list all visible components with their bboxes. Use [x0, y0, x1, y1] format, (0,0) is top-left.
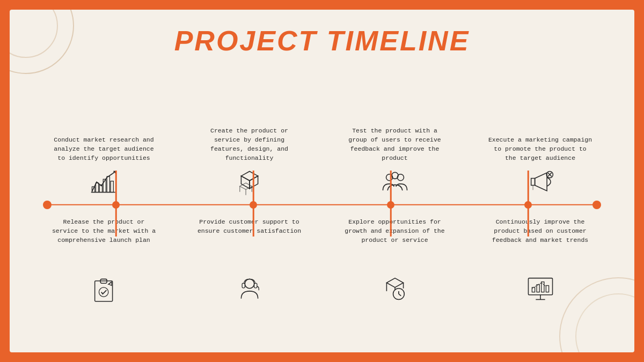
svg-marker-31: [386, 278, 403, 287]
bottom-item-1-text: Release the product or service to the ma…: [50, 217, 158, 245]
top-item-1: Conduct market research and analyze the …: [50, 106, 158, 197]
node-3-line-down: [390, 207, 392, 237]
bottom-item-2-text: Provide customer support to ensure custo…: [196, 217, 303, 236]
svg-rect-30: [254, 283, 257, 288]
top-item-3-text: Test the product with a group of users t…: [341, 126, 449, 163]
bottom-item-4-text: Continuously improve the product based o…: [487, 217, 594, 245]
bottom-item-4: Continuously improve the product based o…: [487, 213, 594, 304]
svg-rect-29: [242, 283, 245, 288]
node-4-line-down: [528, 207, 529, 237]
bottom-item-3: Explore opportunities for growth and exp…: [341, 213, 449, 304]
timeline-area: Conduct market research and analyze the …: [10, 57, 634, 352]
node-2-line-down: [253, 207, 254, 237]
users-icon: [379, 167, 411, 197]
monitor-chart-icon: [524, 275, 557, 304]
outer-frame: PROJECT TIMELINE Conduct market research…: [0, 0, 644, 362]
bottom-row: Release the product or service to the ma…: [31, 213, 613, 304]
timeline-line: [31, 197, 613, 213]
top-item-2: Create the product or service by definin…: [196, 106, 303, 197]
node-3: [387, 201, 394, 209]
svg-rect-8: [111, 181, 113, 193]
node-1: [112, 201, 120, 209]
clipboard-icon: [88, 275, 120, 304]
svg-marker-11: [241, 176, 250, 188]
page-title: PROJECT TIMELINE: [174, 25, 470, 57]
boxes-icon: [233, 167, 266, 197]
node-2: [250, 201, 257, 209]
top-item-3: Test the product with a group of users t…: [341, 106, 449, 197]
node-2-line-up: [253, 171, 254, 203]
inner-card: PROJECT TIMELINE Conduct market research…: [10, 10, 634, 352]
node-4: [524, 201, 532, 209]
top-item-4-text: Execute a marketing campaign to promote …: [487, 135, 594, 163]
node-1-line-up: [115, 171, 117, 203]
svg-point-19: [391, 172, 398, 179]
megaphone-icon: [524, 167, 557, 197]
svg-marker-27: [108, 282, 111, 286]
svg-rect-44: [546, 286, 548, 292]
node-4-line-up: [528, 171, 529, 203]
top-row: Conduct market research and analyze the …: [31, 106, 613, 197]
svg-rect-4: [96, 183, 98, 192]
svg-rect-42: [537, 285, 539, 292]
bottom-item-2: Provide customer support to ensure custo…: [196, 213, 303, 304]
svg-line-37: [398, 294, 400, 295]
svg-marker-10: [241, 172, 258, 181]
svg-point-25: [99, 287, 108, 297]
svg-rect-7: [107, 176, 109, 192]
nodes-row: [47, 201, 597, 209]
node-3-line-up: [390, 171, 392, 203]
bottom-item-1: Release the product or service to the ma…: [50, 213, 158, 304]
svg-rect-23: [94, 281, 112, 301]
node-1-line-down: [115, 207, 117, 237]
svg-point-28: [245, 279, 254, 288]
top-item-4: Execute a marketing campaign to promote …: [487, 106, 594, 197]
top-item-1-text: Conduct market research and analyze the …: [50, 135, 158, 163]
bottom-item-3-text: Explore opportunities for growth and exp…: [341, 217, 449, 245]
top-item-2-text: Create the product or service by definin…: [196, 126, 303, 163]
headset-icon: [233, 275, 266, 304]
box-clock-icon: [379, 275, 411, 304]
